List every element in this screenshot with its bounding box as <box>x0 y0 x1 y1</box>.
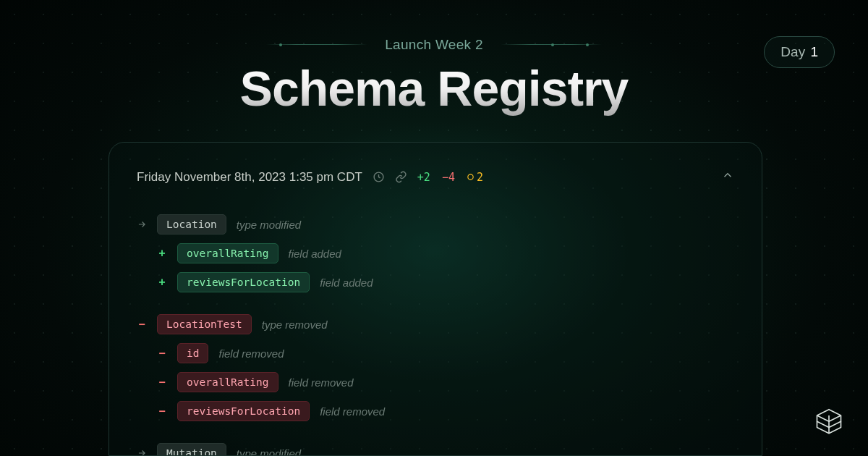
change-line[interactable]: +reviewsForLocationfield added <box>137 272 734 292</box>
svg-point-1 <box>468 174 473 180</box>
link-icon[interactable] <box>395 171 407 183</box>
field-token: reviewsForLocation <box>177 401 310 421</box>
change-line[interactable]: −LocationTesttype removed <box>137 314 734 334</box>
kicker-text: Launch Week 2 <box>385 37 483 53</box>
stat-removed: −4 <box>442 171 455 184</box>
change-group: −LocationTesttype removed−idfield remove… <box>137 314 734 421</box>
stat-modified: 2 <box>467 171 483 184</box>
type-token: Mutation <box>157 443 226 456</box>
panel-header: Friday November 8th, 2023 1:35 pm CDT +2… <box>137 169 734 185</box>
change-line[interactable]: −idfield removed <box>137 343 734 363</box>
hero-header: Launch Week 2 Schema Registry <box>0 0 868 117</box>
change-line[interactable]: +overallRatingfield added <box>137 243 734 263</box>
day-badge: Day 1 <box>764 36 835 68</box>
history-icon[interactable] <box>373 171 385 183</box>
arrow-sigil <box>137 219 147 229</box>
change-desc: field added <box>320 276 373 289</box>
changes-list: Locationtype modified+overallRatingfield… <box>137 214 734 456</box>
collapse-icon[interactable] <box>721 169 734 185</box>
minus-sigil: − <box>137 318 147 331</box>
change-desc: field removed <box>289 376 354 389</box>
arrow-sigil <box>137 448 147 456</box>
type-token: LocationTest <box>157 314 252 334</box>
brand-logo <box>813 407 845 439</box>
day-label: Day <box>780 44 805 59</box>
plus-sigil: + <box>157 247 167 260</box>
change-desc: field added <box>289 248 341 260</box>
change-line[interactable]: −reviewsForLocationfield removed <box>137 401 734 421</box>
plus-sigil: + <box>157 276 167 289</box>
field-token: reviewsForLocation <box>177 272 310 292</box>
change-stats: +2 −4 2 <box>417 171 483 184</box>
change-desc: type modified <box>237 447 301 457</box>
change-line[interactable]: Mutationtype modified <box>137 443 734 456</box>
decorative-line-left <box>266 44 367 45</box>
minus-sigil: − <box>157 405 167 418</box>
field-token: id <box>177 343 208 363</box>
kicker-row: Launch Week 2 <box>266 37 602 53</box>
day-number: 1 <box>810 44 818 59</box>
stat-added: +2 <box>417 171 430 184</box>
change-desc: field removed <box>218 347 284 360</box>
field-token: overallRating <box>177 243 278 263</box>
minus-sigil: − <box>157 347 167 360</box>
type-token: Location <box>157 214 226 235</box>
changes-panel: Friday November 8th, 2023 1:35 pm CDT +2… <box>109 142 762 456</box>
change-desc: field removed <box>320 405 385 418</box>
timestamp: Friday November 8th, 2023 1:35 pm CDT <box>137 170 362 185</box>
field-token: overallRating <box>177 372 278 392</box>
change-desc: type removed <box>262 318 328 331</box>
change-line[interactable]: Locationtype modified <box>137 214 734 235</box>
change-desc: type modified <box>237 219 301 231</box>
change-group: Locationtype modified+overallRatingfield… <box>137 214 734 292</box>
minus-sigil: − <box>157 376 167 389</box>
change-group: Mutationtype modified <box>137 443 734 456</box>
decorative-line-right <box>501 44 602 45</box>
change-line[interactable]: −overallRatingfield removed <box>137 372 734 392</box>
page-title: Schema Registry <box>0 60 868 117</box>
